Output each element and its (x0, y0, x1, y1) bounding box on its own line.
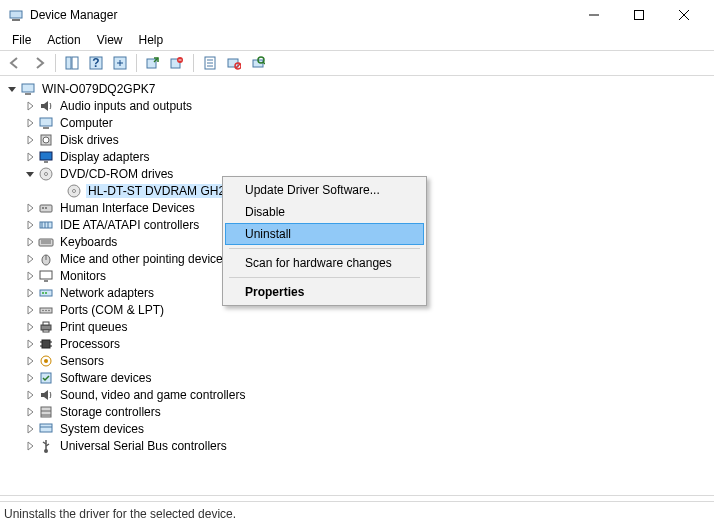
expand-icon[interactable] (24, 304, 36, 316)
context-menu: Update Driver Software...DisableUninstal… (222, 176, 427, 306)
expand-icon[interactable] (24, 100, 36, 112)
computer-icon (38, 115, 54, 131)
svg-point-51 (42, 292, 44, 294)
maximize-button[interactable] (616, 0, 661, 30)
collapse-icon[interactable] (6, 83, 18, 95)
menu-view[interactable]: View (89, 31, 131, 49)
minimize-button[interactable] (571, 0, 616, 30)
disable-button[interactable] (223, 52, 245, 74)
expand-icon[interactable] (24, 440, 36, 452)
menu-help[interactable]: Help (131, 31, 172, 49)
expand-icon[interactable] (24, 423, 36, 435)
cpu-icon (38, 336, 54, 352)
expand-icon[interactable] (24, 117, 36, 129)
tree-root-label: WIN-O079DQ2GPK7 (40, 82, 157, 96)
tree-category[interactable]: Display adapters (2, 148, 714, 165)
expand-icon[interactable] (24, 389, 36, 401)
forward-button[interactable] (28, 52, 50, 74)
context-menu-label: Scan for hardware changes (245, 256, 392, 270)
expand-icon[interactable] (24, 202, 36, 214)
svg-point-37 (42, 207, 44, 209)
svg-point-55 (45, 309, 47, 311)
expand-icon[interactable] (24, 151, 36, 163)
tree-category-label: Monitors (58, 269, 108, 283)
audio-icon (38, 387, 54, 403)
monitor-icon (38, 268, 54, 284)
tree-category[interactable]: Storage controllers (2, 403, 714, 420)
dvd-icon (66, 183, 82, 199)
tree-category[interactable]: Sound, video and game controllers (2, 386, 714, 403)
tree-root[interactable]: WIN-O079DQ2GPK7 (2, 80, 714, 97)
expand-icon[interactable] (24, 270, 36, 282)
expand-icon[interactable] (24, 321, 36, 333)
context-menu-item[interactable]: Scan for hardware changes (225, 252, 424, 274)
expand-icon[interactable] (24, 372, 36, 384)
tree-category[interactable]: Audio inputs and outputs (2, 97, 714, 114)
context-menu-item[interactable]: Uninstall (225, 223, 424, 245)
display-icon (38, 149, 54, 165)
tree-category-label: Network adapters (58, 286, 156, 300)
menu-file[interactable]: File (4, 31, 39, 49)
disk-icon (38, 132, 54, 148)
context-menu-separator (229, 248, 420, 249)
tree-category-label: Print queues (58, 320, 129, 334)
tree-category-label: Ports (COM & LPT) (58, 303, 166, 317)
tree-category[interactable]: Sensors (2, 352, 714, 369)
tree-category-label: Mice and other pointing devices (58, 252, 231, 266)
expand-icon[interactable] (24, 406, 36, 418)
software-icon (38, 370, 54, 386)
help-button[interactable]: ? (85, 52, 107, 74)
expand-icon[interactable] (24, 355, 36, 367)
toolbar: ? (0, 50, 714, 76)
back-button[interactable] (4, 52, 26, 74)
menu-action[interactable]: Action (39, 31, 88, 49)
uninstall-button[interactable] (166, 52, 188, 74)
tree-category[interactable]: Print queues (2, 318, 714, 335)
svg-point-52 (45, 292, 47, 294)
tree-category[interactable]: Computer (2, 114, 714, 131)
action-button[interactable] (109, 52, 131, 74)
tree-category-label: Keyboards (58, 235, 119, 249)
context-menu-item[interactable]: Update Driver Software... (225, 179, 424, 201)
scan-hardware-button[interactable] (247, 52, 269, 74)
context-menu-separator (229, 277, 420, 278)
expand-icon[interactable] (24, 134, 36, 146)
svg-rect-3 (634, 11, 643, 20)
tree-category-label: Sensors (58, 354, 106, 368)
context-menu-item[interactable]: Properties (225, 281, 424, 303)
svg-point-33 (45, 172, 48, 175)
context-menu-item[interactable]: Disable (225, 201, 424, 223)
tree-category[interactable]: System devices (2, 420, 714, 437)
tree-category-label: Computer (58, 116, 115, 130)
svg-rect-27 (43, 127, 49, 129)
expand-icon[interactable] (24, 338, 36, 350)
show-hide-tree-button[interactable] (61, 52, 83, 74)
tree-category[interactable]: Processors (2, 335, 714, 352)
tree-category[interactable]: Software devices (2, 369, 714, 386)
expand-icon[interactable] (24, 236, 36, 248)
svg-rect-0 (10, 11, 22, 18)
menu-bar: File Action View Help (0, 30, 714, 50)
update-driver-button[interactable] (142, 52, 164, 74)
svg-rect-58 (43, 322, 49, 325)
svg-rect-25 (25, 93, 31, 95)
expand-icon[interactable] (24, 287, 36, 299)
tree-category-label: Display adapters (58, 150, 151, 164)
tree-category-label: Storage controllers (58, 405, 163, 419)
expand-icon[interactable] (24, 219, 36, 231)
audio-icon (38, 98, 54, 114)
properties-button[interactable] (199, 52, 221, 74)
dvd-icon (38, 166, 54, 182)
expand-icon[interactable] (24, 253, 36, 265)
tree-category[interactable]: Disk drives (2, 131, 714, 148)
toolbar-separator (136, 54, 137, 72)
window-title: Device Manager (30, 8, 117, 22)
svg-rect-26 (40, 118, 52, 126)
net-icon (38, 285, 54, 301)
context-menu-label: Disable (245, 205, 285, 219)
close-button[interactable] (661, 0, 706, 30)
collapse-icon[interactable] (24, 168, 36, 180)
context-menu-label: Uninstall (245, 227, 291, 241)
mouse-icon (38, 251, 54, 267)
tree-category[interactable]: Universal Serial Bus controllers (2, 437, 714, 454)
